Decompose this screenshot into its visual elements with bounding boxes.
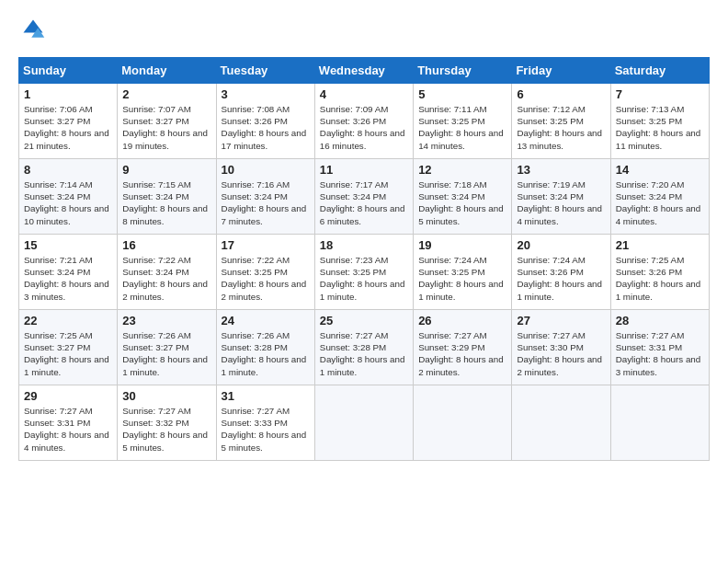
calendar-header-row: Sunday Monday Tuesday Wednesday Thursday…: [19, 58, 710, 84]
day-number: 18: [320, 238, 408, 252]
day-number: 13: [517, 163, 605, 177]
calendar-week-row: 1 Sunrise: 7:06 AM Sunset: 3:27 PM Dayli…: [19, 84, 710, 159]
calendar-cell: 18 Sunrise: 7:23 AM Sunset: 3:25 PM Dayl…: [314, 235, 413, 310]
day-info: Sunrise: 7:27 AM Sunset: 3:30 PM Dayligh…: [517, 329, 605, 378]
calendar-cell: 13 Sunrise: 7:19 AM Sunset: 3:24 PM Dayl…: [512, 159, 610, 235]
calendar-cell: 3 Sunrise: 7:08 AM Sunset: 3:26 PM Dayli…: [216, 84, 314, 159]
day-info: Sunrise: 7:17 AM Sunset: 3:24 PM Dayligh…: [320, 178, 408, 227]
calendar-cell: 7 Sunrise: 7:13 AM Sunset: 3:25 PM Dayli…: [610, 84, 709, 159]
day-info: Sunrise: 7:13 AM Sunset: 3:25 PM Dayligh…: [616, 103, 704, 152]
calendar-cell: 22 Sunrise: 7:25 AM Sunset: 3:27 PM Dayl…: [19, 310, 118, 385]
calendar-cell: 17 Sunrise: 7:22 AM Sunset: 3:25 PM Dayl…: [216, 235, 314, 310]
day-info: Sunrise: 7:20 AM Sunset: 3:24 PM Dayligh…: [616, 178, 704, 227]
day-info: Sunrise: 7:26 AM Sunset: 3:27 PM Dayligh…: [122, 329, 210, 378]
calendar-week-row: 29 Sunrise: 7:27 AM Sunset: 3:31 PM Dayl…: [19, 385, 710, 461]
day-info: Sunrise: 7:24 AM Sunset: 3:25 PM Dayligh…: [418, 254, 506, 303]
day-info: Sunrise: 7:16 AM Sunset: 3:24 PM Dayligh…: [222, 178, 310, 227]
day-number: 27: [517, 314, 605, 327]
day-info: Sunrise: 7:22 AM Sunset: 3:25 PM Dayligh…: [222, 254, 310, 303]
day-info: Sunrise: 7:18 AM Sunset: 3:24 PM Dayligh…: [418, 178, 506, 227]
day-info: Sunrise: 7:06 AM Sunset: 3:27 PM Dayligh…: [24, 103, 112, 152]
calendar-week-row: 22 Sunrise: 7:25 AM Sunset: 3:27 PM Dayl…: [19, 310, 710, 385]
day-number: 4: [320, 87, 408, 101]
day-info: Sunrise: 7:27 AM Sunset: 3:31 PM Dayligh…: [616, 329, 704, 378]
calendar-cell: 25 Sunrise: 7:27 AM Sunset: 3:28 PM Dayl…: [314, 310, 413, 385]
day-info: Sunrise: 7:27 AM Sunset: 3:32 PM Dayligh…: [122, 405, 210, 454]
col-tuesday: Tuesday: [216, 58, 314, 84]
day-info: Sunrise: 7:15 AM Sunset: 3:24 PM Dayligh…: [122, 178, 210, 227]
day-info: Sunrise: 7:21 AM Sunset: 3:24 PM Dayligh…: [24, 254, 112, 303]
header: [18, 17, 710, 46]
calendar-cell: 30 Sunrise: 7:27 AM Sunset: 3:32 PM Dayl…: [118, 385, 216, 461]
calendar-cell: 26 Sunrise: 7:27 AM Sunset: 3:29 PM Dayl…: [414, 310, 512, 385]
day-number: 22: [24, 314, 112, 327]
calendar-cell: 27 Sunrise: 7:27 AM Sunset: 3:30 PM Dayl…: [512, 310, 610, 385]
calendar-cell: 1 Sunrise: 7:06 AM Sunset: 3:27 PM Dayli…: [19, 84, 118, 159]
calendar-cell: 28 Sunrise: 7:27 AM Sunset: 3:31 PM Dayl…: [610, 310, 709, 385]
day-info: Sunrise: 7:22 AM Sunset: 3:24 PM Dayligh…: [122, 254, 210, 303]
day-number: 5: [418, 87, 506, 101]
day-info: Sunrise: 7:19 AM Sunset: 3:24 PM Dayligh…: [517, 178, 605, 227]
calendar-cell: 31 Sunrise: 7:27 AM Sunset: 3:33 PM Dayl…: [216, 385, 314, 461]
calendar-cell: 20 Sunrise: 7:24 AM Sunset: 3:26 PM Dayl…: [512, 235, 610, 310]
calendar-cell: [610, 385, 709, 461]
day-info: Sunrise: 7:25 AM Sunset: 3:26 PM Dayligh…: [616, 254, 704, 303]
calendar-cell: [512, 385, 610, 461]
day-info: Sunrise: 7:27 AM Sunset: 3:31 PM Dayligh…: [24, 405, 112, 454]
day-number: 28: [616, 314, 704, 327]
day-info: Sunrise: 7:27 AM Sunset: 3:28 PM Dayligh…: [320, 329, 408, 378]
calendar-cell: 2 Sunrise: 7:07 AM Sunset: 3:27 PM Dayli…: [118, 84, 216, 159]
day-number: 1: [24, 87, 112, 101]
col-monday: Monday: [118, 58, 216, 84]
calendar-cell: 8 Sunrise: 7:14 AM Sunset: 3:24 PM Dayli…: [19, 159, 118, 235]
day-number: 15: [24, 238, 112, 252]
day-info: Sunrise: 7:25 AM Sunset: 3:27 PM Dayligh…: [24, 329, 112, 378]
day-number: 20: [517, 238, 605, 252]
page: Sunday Monday Tuesday Wednesday Thursday…: [0, 0, 728, 470]
day-number: 8: [24, 163, 112, 177]
calendar-cell: [314, 385, 413, 461]
calendar-cell: 9 Sunrise: 7:15 AM Sunset: 3:24 PM Dayli…: [118, 159, 216, 235]
day-number: 2: [122, 87, 210, 101]
day-info: Sunrise: 7:07 AM Sunset: 3:27 PM Dayligh…: [122, 103, 210, 152]
calendar-cell: 24 Sunrise: 7:26 AM Sunset: 3:28 PM Dayl…: [216, 310, 314, 385]
col-saturday: Saturday: [610, 58, 709, 84]
col-sunday: Sunday: [19, 58, 118, 84]
day-info: Sunrise: 7:23 AM Sunset: 3:25 PM Dayligh…: [320, 254, 408, 303]
day-number: 16: [122, 238, 210, 252]
calendar-cell: [414, 385, 512, 461]
calendar-cell: 21 Sunrise: 7:25 AM Sunset: 3:26 PM Dayl…: [610, 235, 709, 310]
calendar-cell: 14 Sunrise: 7:20 AM Sunset: 3:24 PM Dayl…: [610, 159, 709, 235]
day-info: Sunrise: 7:09 AM Sunset: 3:26 PM Dayligh…: [320, 103, 408, 152]
day-number: 17: [222, 238, 310, 252]
calendar-cell: 11 Sunrise: 7:17 AM Sunset: 3:24 PM Dayl…: [314, 159, 413, 235]
day-info: Sunrise: 7:11 AM Sunset: 3:25 PM Dayligh…: [418, 103, 506, 152]
day-info: Sunrise: 7:26 AM Sunset: 3:28 PM Dayligh…: [222, 329, 310, 378]
day-number: 30: [122, 389, 210, 403]
calendar-cell: 6 Sunrise: 7:12 AM Sunset: 3:25 PM Dayli…: [512, 84, 610, 159]
day-info: Sunrise: 7:24 AM Sunset: 3:26 PM Dayligh…: [517, 254, 605, 303]
col-thursday: Thursday: [414, 58, 512, 84]
col-friday: Friday: [512, 58, 610, 84]
day-number: 26: [418, 314, 506, 327]
calendar-cell: 19 Sunrise: 7:24 AM Sunset: 3:25 PM Dayl…: [414, 235, 512, 310]
day-info: Sunrise: 7:12 AM Sunset: 3:25 PM Dayligh…: [517, 103, 605, 152]
day-number: 10: [222, 163, 310, 177]
day-number: 21: [616, 238, 704, 252]
day-number: 25: [320, 314, 408, 327]
day-info: Sunrise: 7:27 AM Sunset: 3:29 PM Dayligh…: [418, 329, 506, 378]
day-info: Sunrise: 7:08 AM Sunset: 3:26 PM Dayligh…: [222, 103, 310, 152]
day-number: 7: [616, 87, 704, 101]
logo: [18, 17, 46, 46]
calendar-cell: 16 Sunrise: 7:22 AM Sunset: 3:24 PM Dayl…: [118, 235, 216, 310]
day-number: 31: [222, 389, 310, 403]
calendar-table: Sunday Monday Tuesday Wednesday Thursday…: [18, 57, 710, 461]
calendar-week-row: 8 Sunrise: 7:14 AM Sunset: 3:24 PM Dayli…: [19, 159, 710, 235]
day-number: 9: [122, 163, 210, 177]
calendar-cell: 5 Sunrise: 7:11 AM Sunset: 3:25 PM Dayli…: [414, 84, 512, 159]
day-number: 24: [222, 314, 310, 327]
col-wednesday: Wednesday: [314, 58, 413, 84]
day-info: Sunrise: 7:14 AM Sunset: 3:24 PM Dayligh…: [24, 178, 112, 227]
day-number: 6: [517, 87, 605, 101]
day-info: Sunrise: 7:27 AM Sunset: 3:33 PM Dayligh…: [222, 405, 310, 454]
